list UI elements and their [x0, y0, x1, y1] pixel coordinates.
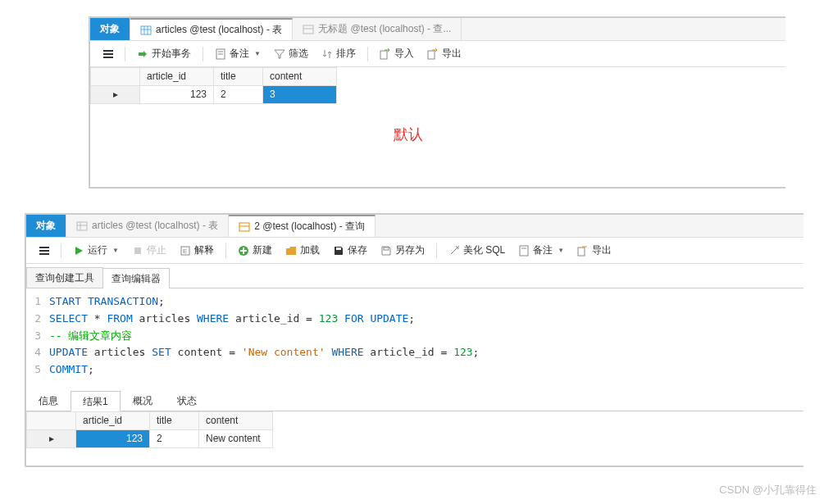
import-button[interactable]: 导入 — [375, 44, 419, 63]
tab-bar: 对象 articles @test (localhost) - 表 2 @tes… — [26, 215, 803, 238]
col-header-title[interactable]: title — [150, 411, 199, 429]
line-number: 3 — [26, 328, 49, 345]
begin-transaction-button[interactable]: 开始事务 — [132, 44, 196, 63]
import-icon — [380, 48, 391, 60]
export-button[interactable]: 导出 — [572, 241, 617, 260]
cell-content[interactable]: New content — [199, 429, 273, 447]
separator — [367, 47, 368, 61]
tab-profile[interactable]: 概况 — [121, 390, 165, 411]
row-handle[interactable]: ▸ — [27, 429, 76, 447]
result-grid: article_id title content ▸ 123 2 New con… — [26, 411, 273, 448]
query-icon — [303, 24, 314, 35]
svg-rect-27 — [384, 247, 389, 250]
cell-title[interactable]: 2 — [214, 86, 263, 104]
col-header-content[interactable]: content — [263, 68, 337, 86]
menu-button[interactable] — [33, 243, 54, 259]
button-label: 美化 SQL — [463, 243, 505, 257]
button-label: 备注 — [230, 47, 249, 61]
beautify-button[interactable]: 美化 SQL — [444, 241, 510, 260]
cell-content[interactable]: 3 — [263, 86, 337, 104]
svg-rect-13 — [428, 51, 435, 59]
separator — [125, 47, 125, 61]
col-header-title[interactable]: title — [214, 68, 263, 86]
explain-button[interactable]: E 解释 — [175, 241, 219, 260]
line-number: 2 — [26, 311, 49, 328]
table-row[interactable]: ▸ 123 2 New content — [27, 429, 273, 447]
tab-objects[interactable]: 对象 — [26, 215, 66, 237]
load-button[interactable]: 加载 — [280, 241, 325, 260]
svg-rect-22 — [134, 247, 141, 254]
button-label: 保存 — [348, 243, 367, 257]
grid-header-row: article_id title content — [27, 411, 273, 429]
row-handle-header — [91, 68, 140, 86]
tab-info[interactable]: 信息 — [26, 390, 71, 411]
tab-label: articles @test (localhost) - 表 — [156, 23, 282, 37]
export-icon — [427, 48, 439, 60]
tab-objects[interactable]: 对象 — [90, 18, 130, 40]
sort-button[interactable]: 排序 — [316, 44, 361, 63]
button-label: 解释 — [194, 243, 214, 257]
export-icon — [577, 245, 589, 257]
col-header-article-id[interactable]: article_id — [76, 411, 150, 429]
button-label: 导出 — [442, 47, 462, 61]
cell-title[interactable]: 2 — [150, 429, 199, 447]
line-number: 1 — [26, 293, 49, 311]
annotation-default: 默认 — [394, 125, 423, 144]
table-view-panel: 对象 articles @test (localhost) - 表 无标题 @t… — [89, 16, 785, 188]
tab-bar: 对象 articles @test (localhost) - 表 无标题 @t… — [90, 18, 785, 41]
svg-rect-0 — [141, 26, 151, 34]
button-label: 另存为 — [395, 243, 425, 257]
export-button[interactable]: 导出 — [422, 44, 467, 63]
menu-button[interactable] — [97, 46, 118, 62]
sql-editor[interactable]: 1START TRANSACTION; 2SELECT * FROM artic… — [26, 288, 803, 384]
tab-result1[interactable]: 结果1 — [71, 391, 121, 411]
tab-label: 对象 — [100, 22, 120, 36]
saveas-button[interactable]: 另存为 — [376, 241, 430, 260]
row-handle-header — [27, 411, 76, 429]
transaction-icon — [137, 48, 148, 60]
memo-button[interactable]: 备注 ▼ — [210, 44, 266, 63]
folder-icon — [285, 245, 297, 257]
button-label: 运行 — [88, 243, 107, 257]
tab-articles-table[interactable]: articles @test (localhost) - 表 — [66, 215, 229, 237]
toolbar: 开始事务 备注 ▼ 筛选 排序 导入 — [90, 41, 785, 67]
cell-article-id[interactable]: 123 — [140, 86, 214, 104]
tab-label: articles @test (localhost) - 表 — [92, 219, 218, 233]
result-tabs: 信息 结果1 概况 状态 — [26, 390, 803, 411]
tab-query-builder[interactable]: 查询创建工具 — [26, 267, 103, 288]
button-label: 加载 — [300, 243, 320, 257]
separator — [203, 47, 203, 61]
grid-header-row: article_id title content — [91, 68, 337, 86]
new-icon — [238, 245, 249, 257]
toolbar: 运行 ▼ 停止 E 解释 新建 加载 — [26, 238, 803, 264]
svg-rect-30 — [578, 247, 585, 256]
tab-status[interactable]: 状态 — [165, 390, 209, 411]
stop-button[interactable]: 停止 — [127, 241, 171, 260]
svg-rect-4 — [303, 25, 313, 34]
stop-icon — [132, 245, 143, 257]
new-button[interactable]: 新建 — [233, 241, 277, 260]
memo-button[interactable]: 备注 ▼ — [513, 241, 569, 260]
run-button[interactable]: 运行 ▼ — [68, 241, 124, 260]
svg-rect-26 — [336, 247, 341, 250]
tab-articles-table[interactable]: articles @test (localhost) - 表 — [130, 18, 293, 40]
filter-button[interactable]: 筛选 — [269, 44, 313, 63]
tab-query-2[interactable]: 2 @test (localhost) - 查询 — [229, 215, 376, 237]
row-handle[interactable]: ▸ — [91, 86, 140, 104]
svg-text:E: E — [183, 247, 187, 255]
separator — [225, 243, 226, 258]
editor-subtabs: 查询创建工具 查询编辑器 — [26, 267, 803, 288]
table-row[interactable]: ▸ 123 2 3 — [91, 86, 337, 104]
col-header-article-id[interactable]: article_id — [140, 68, 214, 86]
cell-article-id[interactable]: 123 — [76, 429, 150, 447]
button-label: 导出 — [592, 243, 612, 257]
save-button[interactable]: 保存 — [328, 241, 372, 260]
tab-query-editor[interactable]: 查询编辑器 — [102, 268, 170, 288]
tab-label: 2 @test (localhost) - 查询 — [254, 220, 365, 234]
line-number: 4 — [26, 344, 49, 361]
tab-untitled-query[interactable]: 无标题 @test (localhost) - 查... — [293, 18, 462, 40]
button-label: 开始事务 — [152, 47, 191, 61]
col-header-content[interactable]: content — [199, 411, 273, 429]
separator — [436, 243, 437, 258]
menu-icon — [38, 245, 49, 257]
